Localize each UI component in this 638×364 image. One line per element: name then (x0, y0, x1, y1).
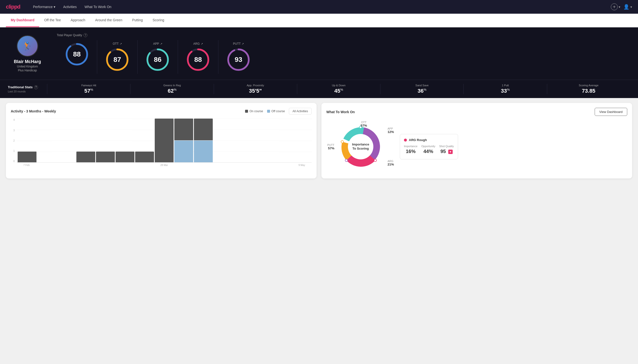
metric-shot-quality: Shot Quality 95 ▼ (439, 145, 454, 154)
bar-group-0 (18, 118, 37, 162)
x-labels: 7 Feb28 Mar9 May (17, 162, 312, 168)
stats-help-icon[interactable]: ? (34, 85, 38, 89)
on-course-bar (96, 152, 115, 162)
bars-inner (17, 118, 312, 162)
scores-area: Total Player Quality ? 88 (57, 33, 630, 74)
tabs-bar: My Dashboard Off the Tee Approach Around… (0, 14, 638, 28)
bar-group-9 (194, 118, 213, 162)
bar-group-7 (155, 118, 173, 162)
info-card-title-text: ARG Rough (409, 138, 427, 142)
scores-section: 88 OTT ↗ 87 (57, 40, 630, 74)
legend-on-course: On course (245, 110, 263, 113)
x-label-0: 7 Feb (17, 164, 36, 166)
stat-1-putt: 1 Putt 33% (464, 84, 547, 94)
stat-scoring-avg: Scoring Average 73.85 (547, 84, 630, 94)
all-activities-button[interactable]: All Activities (289, 108, 312, 115)
bar-group-4 (96, 118, 115, 162)
stat-sand-save: Sand Save 36% (380, 84, 464, 94)
bar-group-2 (57, 118, 76, 162)
activity-title: Activity - 3 Months - Weekly (11, 109, 56, 113)
svg-point-16 (374, 159, 376, 162)
info-dot (404, 138, 407, 142)
bar-group-12 (253, 118, 272, 162)
add-button[interactable]: + ▾ (611, 4, 620, 10)
off-course-dot (267, 110, 270, 113)
chart-legend: On course Off course (245, 110, 285, 113)
info-metrics: Importance 16% Opportunity 44% Shot Qual… (404, 145, 454, 154)
score-app: APP ↗ 86 (138, 40, 178, 74)
on-course-bar (155, 118, 173, 162)
y-label-3: 3 (13, 129, 15, 132)
info-card: ARG Rough Importance 16% Opportunity 44%… (400, 134, 458, 160)
view-dashboard-button[interactable]: View Dashboard (595, 108, 627, 116)
tab-scoring[interactable]: Scoring (148, 14, 169, 27)
y-label-2: 2 (13, 139, 15, 142)
nav-what-to-work-on[interactable]: What To Work On (82, 3, 114, 11)
stat-greens-in-reg: Greens In Reg 62% (130, 84, 214, 94)
on-course-dot (245, 110, 248, 113)
stat-up-down: Up & Down 45% (297, 84, 380, 94)
tab-my-dashboard[interactable]: My Dashboard (6, 14, 39, 27)
shot-quality-badge: ▼ (448, 150, 453, 154)
tab-approach[interactable]: Approach (66, 14, 90, 27)
what-to-work-on-card: What To Work On View Dashboard (321, 103, 632, 178)
score-arg: ARG ↗ 88 (178, 40, 218, 74)
legend-off-course: Off course (267, 110, 285, 113)
donut-label-ott: OTT 57% (361, 121, 367, 127)
bar-group-6 (135, 118, 154, 162)
stats-bar: Traditional Stats ? Last 20 rounds Fairw… (0, 80, 638, 98)
donut-label-arg: ARG 21% (387, 160, 394, 166)
ott-value: 87 (113, 56, 121, 64)
off-course-bar (194, 140, 213, 162)
on-course-bar (174, 118, 193, 140)
player-handicap: Plus Handicap (18, 69, 37, 72)
player-info: 🏌️ Blair McHarg United Kingdom Plus Hand… (8, 35, 47, 72)
svg-point-15 (341, 140, 343, 143)
avatar: 🏌️ (17, 35, 38, 57)
nav-right: + ▾ 👤 ▾ (611, 4, 632, 10)
tab-putting[interactable]: Putting (127, 14, 148, 27)
user-menu-button[interactable]: 👤 ▾ (623, 4, 632, 10)
total-quality-label: Total Player Quality ? (57, 33, 630, 37)
player-country: United Kingdom (17, 65, 38, 68)
app-logo: clippd (6, 4, 20, 10)
bar-group-11 (233, 118, 252, 162)
bar-group-1 (37, 118, 56, 162)
bar-group-8 (174, 118, 193, 162)
wtwo-header: What To Work On View Dashboard (326, 108, 627, 116)
on-course-bar (18, 152, 37, 162)
on-course-bar (194, 118, 213, 140)
svg-text:Importance: Importance (352, 142, 369, 146)
tab-around-the-green[interactable]: Around the Green (90, 14, 127, 27)
score-putt: PUTT ↗ 93 (218, 40, 259, 74)
x-label-14: 9 May (292, 164, 312, 166)
y-label-0: 0 (13, 160, 15, 162)
bar-group-13 (272, 118, 291, 162)
metric-importance: Importance 16% (404, 145, 417, 154)
donut-svg: Importance To Scoring (326, 120, 395, 174)
help-icon[interactable]: ? (84, 33, 87, 37)
svg-point-14 (345, 159, 348, 162)
top-nav: clippd Performance ▾ Activities What To … (0, 0, 638, 14)
metric-opportunity: Opportunity 44% (421, 145, 435, 154)
donut-label-app: APP 12% (387, 127, 394, 134)
donut-chart-container: Importance To Scoring OTT 57% APP 12% (326, 120, 395, 174)
score-total: 88 (57, 40, 97, 74)
stats-label-group: Traditional Stats ? Last 20 rounds (8, 85, 47, 93)
bar-group-10 (214, 118, 232, 162)
nav-links: Performance ▾ Activities What To Work On (30, 3, 611, 11)
nav-performance[interactable]: Performance ▾ (30, 3, 58, 11)
off-course-bar (174, 140, 193, 162)
bar-group-3 (76, 118, 95, 162)
stat-app-proximity: App. Proximity 35'5" (214, 84, 297, 94)
hero-section: 🏌️ Blair McHarg United Kingdom Plus Hand… (0, 28, 638, 80)
on-course-bar (116, 152, 134, 162)
nav-activities[interactable]: Activities (60, 3, 80, 11)
arg-value: 88 (194, 56, 202, 64)
score-ott: OTT ↗ 87 (97, 40, 138, 74)
stats-sublabel: Last 20 rounds (8, 90, 47, 93)
total-value: 88 (73, 50, 81, 58)
bottom-section: Activity - 3 Months - Weekly On course O… (0, 98, 638, 183)
tab-off-the-tee[interactable]: Off the Tee (39, 14, 66, 27)
activity-card: Activity - 3 Months - Weekly On course O… (6, 103, 317, 178)
